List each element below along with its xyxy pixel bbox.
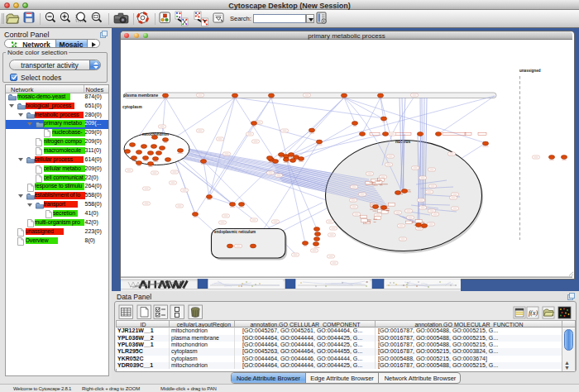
svg-text:f(x): f(x) bbox=[529, 309, 538, 317]
